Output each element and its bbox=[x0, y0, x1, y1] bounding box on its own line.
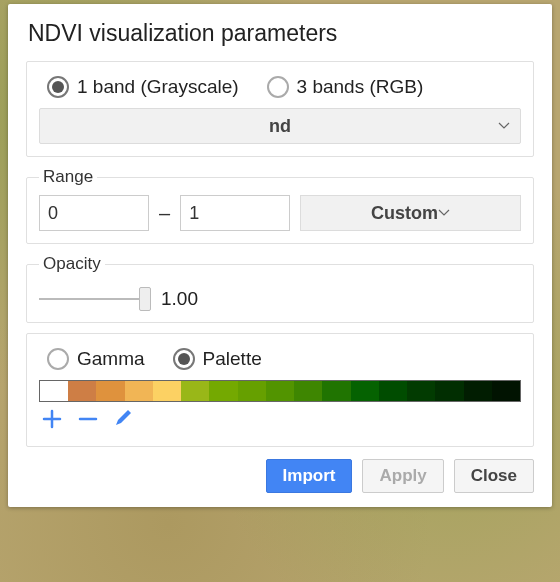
close-button[interactable]: Close bbox=[454, 459, 534, 493]
palette-swatch[interactable] bbox=[351, 381, 379, 401]
slider-thumb[interactable] bbox=[139, 287, 151, 311]
import-button[interactable]: Import bbox=[266, 459, 353, 493]
radio-label: 3 bands (RGB) bbox=[297, 76, 424, 98]
band-select-value: nd bbox=[269, 116, 291, 137]
palette-swatch[interactable] bbox=[238, 381, 266, 401]
palette-strip[interactable] bbox=[39, 380, 521, 402]
footer-buttons: Import Apply Close bbox=[26, 459, 534, 493]
palette-swatch[interactable] bbox=[96, 381, 124, 401]
palette-swatch[interactable] bbox=[153, 381, 181, 401]
palette-swatch[interactable] bbox=[464, 381, 492, 401]
radio-grayscale[interactable]: 1 band (Grayscale) bbox=[47, 76, 239, 98]
range-group: Range – Custom bbox=[26, 167, 534, 244]
opacity-legend: Opacity bbox=[39, 254, 105, 274]
band-select[interactable]: nd bbox=[39, 108, 521, 144]
color-mode-group: Gamma Palette bbox=[26, 333, 534, 447]
range-dash: – bbox=[159, 202, 170, 225]
palette-swatch[interactable] bbox=[181, 381, 209, 401]
radio-label: 1 band (Grayscale) bbox=[77, 76, 239, 98]
radio-icon bbox=[267, 76, 289, 98]
palette-swatch[interactable] bbox=[294, 381, 322, 401]
palette-swatch[interactable] bbox=[40, 381, 68, 401]
range-legend: Range bbox=[39, 167, 97, 187]
palette-swatch[interactable] bbox=[68, 381, 96, 401]
radio-gamma[interactable]: Gamma bbox=[47, 348, 145, 370]
palette-swatch[interactable] bbox=[322, 381, 350, 401]
opacity-slider[interactable] bbox=[39, 289, 149, 309]
caret-down-icon bbox=[498, 122, 510, 130]
palette-swatch[interactable] bbox=[407, 381, 435, 401]
opacity-value: 1.00 bbox=[161, 288, 198, 310]
range-min-input[interactable] bbox=[39, 195, 149, 231]
range-preset-select[interactable]: Custom bbox=[300, 195, 521, 231]
panel-title: NDVI visualization parameters bbox=[28, 20, 534, 47]
caret-down-icon bbox=[438, 209, 450, 217]
palette-swatch[interactable] bbox=[492, 381, 520, 401]
opacity-group: Opacity 1.00 bbox=[26, 254, 534, 323]
palette-edit-icon[interactable] bbox=[113, 408, 133, 434]
palette-add-icon[interactable] bbox=[41, 408, 63, 434]
palette-swatch[interactable] bbox=[209, 381, 237, 401]
palette-swatch[interactable] bbox=[125, 381, 153, 401]
palette-swatch[interactable] bbox=[266, 381, 294, 401]
apply-button[interactable]: Apply bbox=[362, 459, 443, 493]
radio-icon bbox=[47, 76, 69, 98]
visualization-params-panel: NDVI visualization parameters 1 band (Gr… bbox=[8, 4, 552, 507]
band-mode-group: 1 band (Grayscale) 3 bands (RGB) nd bbox=[26, 61, 534, 157]
radio-icon bbox=[173, 348, 195, 370]
palette-swatch[interactable] bbox=[379, 381, 407, 401]
radio-label: Palette bbox=[203, 348, 262, 370]
palette-swatch[interactable] bbox=[435, 381, 463, 401]
radio-rgb[interactable]: 3 bands (RGB) bbox=[267, 76, 424, 98]
palette-remove-icon[interactable] bbox=[77, 408, 99, 434]
radio-label: Gamma bbox=[77, 348, 145, 370]
range-max-input[interactable] bbox=[180, 195, 290, 231]
slider-track bbox=[39, 298, 149, 300]
radio-icon bbox=[47, 348, 69, 370]
radio-palette[interactable]: Palette bbox=[173, 348, 262, 370]
range-preset-value: Custom bbox=[371, 203, 438, 224]
